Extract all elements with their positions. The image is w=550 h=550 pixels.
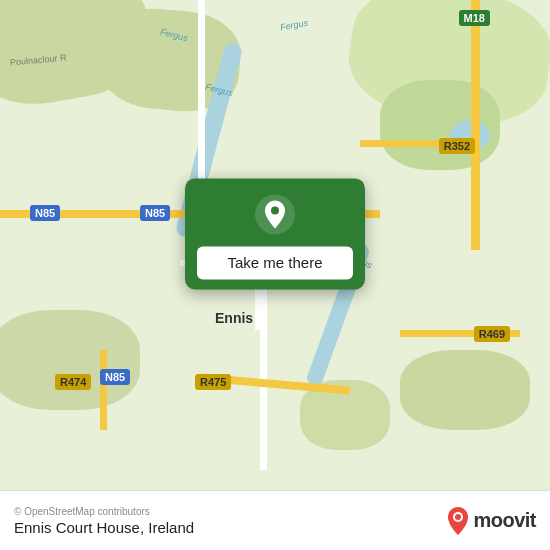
badge-n85-1: N85 xyxy=(30,205,60,221)
footer-left: © OpenStreetMap contributors Ennis Court… xyxy=(14,506,194,536)
location-pin-icon xyxy=(253,192,297,236)
popup-card: Take me there xyxy=(185,178,365,289)
moovit-pin-icon xyxy=(447,507,469,535)
badge-m18: M18 xyxy=(459,10,490,26)
badge-r475: R475 xyxy=(195,374,231,390)
osm-credit: © OpenStreetMap contributors xyxy=(14,506,194,517)
road-r474 xyxy=(100,350,107,430)
badge-n85-2: N85 xyxy=(140,205,170,221)
moovit-logo: moovit xyxy=(447,507,536,535)
take-me-there-button[interactable]: Take me there xyxy=(197,246,353,279)
location-name: Ennis Court House, Ireland xyxy=(14,519,194,536)
moovit-text: moovit xyxy=(473,509,536,532)
road-south xyxy=(260,270,267,470)
green-area xyxy=(400,350,530,430)
badge-r352: R352 xyxy=(439,138,475,154)
badge-r469: R469 xyxy=(474,326,510,342)
svg-point-3 xyxy=(455,514,461,520)
green-area xyxy=(0,310,140,410)
badge-n85-3: N85 xyxy=(100,369,130,385)
badge-r474: R474 xyxy=(55,374,91,390)
town-label-ennis: Ennis xyxy=(215,310,253,326)
road-m18 xyxy=(471,0,480,250)
footer: © OpenStreetMap contributors Ennis Court… xyxy=(0,490,550,550)
map-container: N85 N85 N85 R474 R475 R352 R469 M18 Ferg… xyxy=(0,0,550,490)
svg-point-1 xyxy=(271,206,279,214)
